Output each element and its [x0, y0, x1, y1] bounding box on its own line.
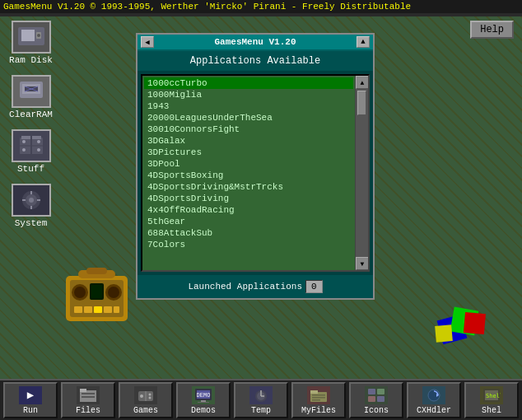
svg-rect-68	[368, 396, 375, 402]
launched-apps-count: 0	[305, 280, 323, 293]
svg-rect-41	[464, 312, 486, 334]
desktop: Help Ram Disk	[0, 16, 522, 379]
run-icon: ▶	[19, 386, 42, 404]
taskbar-shel[interactable]: Shell Shel	[464, 382, 519, 418]
app-list-item[interactable]: 20000LeaguesUnderTheSea	[144, 112, 353, 124]
svg-point-50	[149, 393, 151, 395]
taskbar-myfiles[interactable]: MyFiles	[291, 382, 346, 418]
svg-rect-44	[80, 389, 86, 392]
app-list-item[interactable]: 1000Miglia	[144, 89, 353, 100]
stuff-label: Stuff	[17, 164, 44, 174]
games-icon	[134, 386, 157, 404]
app-list-item[interactable]: 3DGalax	[144, 135, 353, 147]
gamesmenu-dialog: ◀ GamesMenu V1.20 ▲ Applications Availab…	[136, 33, 375, 300]
scroll-down-button[interactable]: ▼	[356, 257, 369, 270]
svg-point-49	[140, 394, 143, 398]
svg-rect-28	[94, 306, 102, 313]
app-list-item[interactable]: 3DPool	[144, 158, 353, 170]
svg-rect-46	[82, 396, 95, 398]
icon-stuff[interactable]: Stuff	[12, 129, 51, 174]
svg-point-15	[37, 140, 40, 143]
taskbar-games[interactable]: Games	[119, 382, 173, 418]
myfiles-icon	[307, 386, 330, 404]
blocks-decoration	[431, 292, 497, 362]
scroll-thumb[interactable]	[357, 91, 366, 115]
dialog-footer: Launched Applications 0	[137, 275, 373, 298]
svg-rect-67	[377, 389, 385, 394]
svg-rect-38	[86, 268, 107, 274]
app-list-container: 1000ccTurbo1000Miglia194320000LeaguesUnd…	[141, 74, 370, 272]
scroll-track[interactable]	[356, 89, 368, 257]
app-list-item[interactable]: 1000ccTurbo	[144, 77, 353, 89]
scrollbar[interactable]: ▲ ▼	[355, 76, 368, 270]
system-label: System	[15, 218, 48, 228]
svg-rect-27	[84, 306, 92, 313]
svg-point-51	[149, 396, 151, 399]
svg-point-34	[108, 287, 119, 298]
taskbar-icons[interactable]: Icons	[349, 382, 403, 418]
app-list-item[interactable]: 4x4OffRoadRacing	[144, 204, 353, 216]
dialog-title: GamesMenu V1.20	[214, 37, 296, 47]
svg-rect-1	[21, 30, 35, 41]
games-label: Games	[133, 406, 158, 415]
temp-label: Temp	[251, 406, 271, 415]
launched-apps-label: Launched Applications	[188, 282, 302, 292]
cxhdler-label: CXHdler	[417, 406, 451, 415]
stuff-icon	[12, 129, 51, 162]
taskbar-files[interactable]: Files	[61, 382, 115, 418]
icons-label: Icons	[364, 406, 389, 415]
taskbar-run[interactable]: ▶ Run	[3, 382, 58, 418]
taskbar-temp[interactable]: Temp	[234, 382, 288, 418]
dialog-header: Applications Available	[137, 51, 373, 71]
demos-label: Demos	[191, 406, 216, 415]
app-list-item[interactable]: 30010ConnorsFight	[144, 124, 353, 135]
help-button[interactable]: Help	[470, 21, 514, 39]
ramdisk-label: Ram Disk	[9, 55, 53, 65]
svg-point-3	[37, 34, 40, 37]
app-list-item[interactable]: 1943	[144, 100, 353, 112]
title-bar: GamesMenu V1.20 © 1993-1995, Werther 'Mi…	[0, 0, 522, 13]
app-list-item[interactable]: 7Colors	[144, 239, 353, 250]
svg-text:Shell: Shell	[486, 393, 501, 399]
svg-rect-66	[368, 389, 375, 394]
svg-point-14	[22, 148, 26, 152]
shel-icon: Shell	[480, 386, 503, 404]
icon-clearram[interactable]: ClearRAM	[9, 75, 53, 119]
clearram-label: ClearRAM	[9, 110, 53, 119]
scroll-up-button[interactable]: ▲	[356, 76, 369, 89]
dialog-titlebar: ◀ GamesMenu V1.20 ▲	[137, 35, 373, 51]
icon-system[interactable]: System	[12, 184, 51, 228]
app-list-item[interactable]: 4DSportsDriving	[144, 193, 353, 204]
app-list-item[interactable]: 5thGear	[144, 216, 353, 227]
clearram-icon	[12, 75, 51, 108]
left-icon-panel: Ram Disk ClearRAM	[0, 16, 62, 236]
dialog-close-button[interactable]: ◀	[141, 36, 154, 48]
svg-rect-56	[198, 402, 209, 403]
taskbar-cxhdler[interactable]: CXHdler	[407, 382, 461, 418]
svg-rect-26	[74, 306, 82, 313]
icon-ramdisk[interactable]: Ram Disk	[9, 21, 53, 65]
svg-rect-62	[310, 390, 318, 394]
svg-rect-65	[312, 399, 320, 401]
svg-rect-42	[435, 324, 453, 343]
app-list-item[interactable]: 688AttackSub	[144, 227, 353, 239]
taskbar-demos[interactable]: DEMO Demos	[176, 382, 231, 418]
run-label: Run	[23, 406, 38, 415]
svg-rect-63	[312, 394, 325, 396]
app-list-item[interactable]: 4DSportsDriving&MstrTrcks	[144, 181, 353, 193]
svg-point-32	[74, 287, 86, 298]
svg-rect-30	[114, 306, 119, 313]
taskbar: ▶ Run Files Games	[0, 379, 522, 420]
files-icon	[77, 386, 100, 404]
app-list-item[interactable]: 3DPictures	[144, 147, 353, 158]
cxhdler-icon	[422, 386, 445, 404]
svg-point-16	[37, 148, 40, 152]
shel-label: Shel	[482, 406, 501, 415]
app-list[interactable]: 1000ccTurbo1000Miglia194320000LeaguesUnd…	[142, 76, 355, 270]
dialog-maximize-button[interactable]: ▲	[357, 36, 370, 48]
app-list-item[interactable]: 4DSportsBoxing	[144, 170, 353, 181]
svg-rect-36	[91, 285, 102, 298]
temp-icon	[249, 386, 273, 404]
svg-point-13	[22, 140, 26, 143]
ramdisk-icon	[12, 21, 51, 54]
